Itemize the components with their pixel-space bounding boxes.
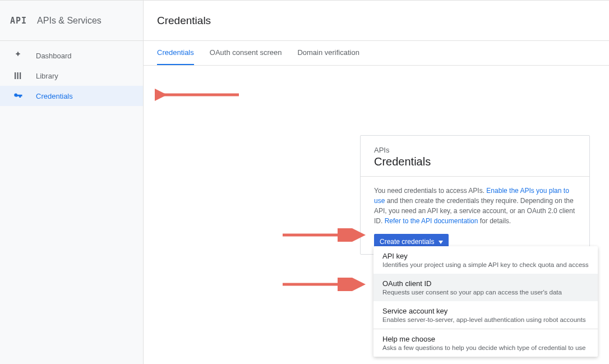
card-description: You need credentials to access APIs. Ena…: [374, 186, 576, 226]
menu-item-subtitle: Identifies your project using a simple A…: [382, 261, 589, 268]
app-root: API APIs & Services Dashboard Library: [0, 0, 609, 364]
dashboard-icon: [12, 50, 24, 61]
tab-domain-verification[interactable]: Domain verification: [297, 41, 359, 65]
library-icon: [12, 70, 24, 81]
create-credentials-menu: API key Identifies your project using a …: [373, 246, 598, 357]
sidebar-item-label: Library: [36, 72, 58, 80]
api-documentation-link[interactable]: Refer to the API documentation: [385, 217, 478, 225]
sidebar-item-label: Dashboard: [36, 52, 72, 60]
menu-item-subtitle: Enables server-to-server, app-level auth…: [382, 316, 589, 323]
tabs: Credentials OAuth consent screen Domain …: [144, 41, 609, 66]
button-label: Create credentials: [380, 238, 434, 246]
sidebar: API APIs & Services Dashboard Library: [0, 1, 144, 364]
main-header: Credentials: [144, 1, 609, 41]
api-logo: API: [10, 16, 27, 26]
sidebar-item-label: Credentials: [36, 92, 73, 100]
card-body: You need credentials to access APIs. Ena…: [361, 177, 589, 254]
tab-oauth-consent[interactable]: OAuth consent screen: [210, 41, 282, 65]
sidebar-nav: Dashboard Library Credentials: [0, 41, 143, 106]
page-title: Credentials: [157, 15, 211, 27]
sidebar-item-library[interactable]: Library: [0, 66, 143, 86]
menu-item-title: API key: [382, 252, 589, 260]
key-icon: [12, 90, 24, 102]
sidebar-header: API APIs & Services: [0, 1, 143, 41]
card-header: APIs Credentials: [361, 136, 589, 177]
menu-item-title: Help me choose: [382, 335, 589, 343]
menu-item-help-me-choose[interactable]: Help me choose Asks a few questions to h…: [373, 329, 598, 357]
menu-item-subtitle: Requests user consent so your app can ac…: [382, 289, 589, 296]
sidebar-title: APIs & Services: [37, 16, 101, 26]
card-title: Credentials: [374, 155, 576, 168]
desc-text: You need credentials to access APIs.: [374, 187, 486, 195]
menu-item-oauth-client-id[interactable]: OAuth client ID Requests user consent so…: [373, 274, 598, 301]
card-eyebrow: APIs: [374, 146, 576, 154]
menu-item-title: OAuth client ID: [382, 279, 589, 288]
menu-item-subtitle: Asks a few questions to help you decide …: [382, 344, 589, 351]
menu-item-title: Service account key: [382, 307, 589, 315]
sidebar-item-dashboard[interactable]: Dashboard: [0, 45, 143, 66]
sidebar-item-credentials[interactable]: Credentials: [0, 86, 143, 106]
menu-item-api-key[interactable]: API key Identifies your project using a …: [373, 246, 598, 274]
menu-item-service-account-key[interactable]: Service account key Enables server-to-se…: [373, 301, 598, 329]
desc-text: for details.: [478, 217, 511, 225]
caret-down-icon: [439, 238, 443, 246]
credentials-card: APIs Credentials You need credentials to…: [360, 135, 590, 255]
tab-credentials[interactable]: Credentials: [157, 41, 194, 65]
